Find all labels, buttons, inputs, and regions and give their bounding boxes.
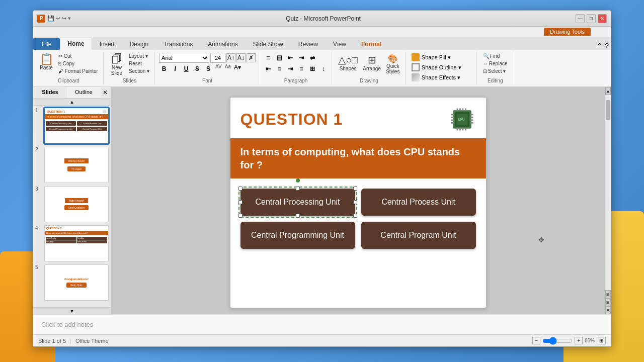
drawing-label: Drawing	[336, 77, 402, 83]
shape-fill-button[interactable]: Shape Fill ▾	[410, 53, 453, 62]
selection-top-connector	[296, 178, 300, 183]
answer-button-4[interactable]: Central Program Unit	[361, 222, 476, 249]
bullets-button[interactable]: ≡	[263, 53, 273, 63]
section-button[interactable]: Section ▾	[127, 68, 151, 74]
close-button[interactable]: ✕	[598, 14, 607, 23]
tab-home[interactable]: Home	[60, 38, 92, 50]
align-buttons: ⇤ ≡ ⇥ ≡ ⊞ ↕	[263, 64, 329, 74]
font-decrease-button[interactable]: A↓	[236, 53, 246, 62]
slide-num-5: 5	[35, 264, 42, 270]
smartart-button[interactable]: ⇌	[307, 53, 317, 63]
cut-button[interactable]: ✂ Cut	[56, 53, 100, 59]
align-center-button[interactable]: ≡	[274, 64, 284, 74]
slide-thumb-3[interactable]: 3 Right Answer! Next Question	[35, 186, 109, 222]
case-btn[interactable]: Aa	[225, 64, 231, 74]
slides-tab-outline[interactable]: Outline	[67, 87, 101, 98]
align-right-button[interactable]: ⇥	[285, 64, 295, 74]
ribbon-collapse-button[interactable]: ⌃	[597, 42, 603, 50]
maximize-button[interactable]: □	[587, 14, 596, 23]
reset-button[interactable]: Reset	[127, 60, 151, 67]
strikethrough-button[interactable]: S	[192, 64, 202, 74]
tab-transitions[interactable]: Transitions	[156, 38, 200, 50]
slide-thumb-5[interactable]: 5 Congratulations! Retry Quiz	[35, 264, 109, 301]
scroll-up-btn[interactable]: ▲	[605, 87, 611, 95]
justify-button[interactable]: ≡	[296, 64, 306, 74]
tab-animations[interactable]: Animations	[200, 38, 245, 50]
zoom-in-btn[interactable]: +	[575, 337, 583, 344]
tab-design[interactable]: Design	[122, 38, 156, 50]
font-color-btn[interactable]: A▾	[234, 64, 241, 74]
slide-thumb-2[interactable]: 2 Wrong Answer Try Again	[35, 147, 109, 183]
layout-button[interactable]: Layout ▾	[127, 53, 151, 59]
font-size-input[interactable]	[210, 53, 225, 63]
slides-scroll-down[interactable]: ▼	[33, 307, 111, 314]
bold-button[interactable]: B	[159, 64, 169, 74]
answer-button-3[interactable]: Central Programming Unit	[240, 222, 355, 249]
notes-area[interactable]: Click to add notes	[33, 314, 611, 334]
paragraph-content: ≡ ⊟ ⇤ ⇥ ⇌ ⇤ ≡ ⇥ ≡ ⊞ ↕	[263, 53, 329, 77]
tab-review[interactable]: Review	[291, 38, 326, 50]
font-family-select[interactable]: Arial	[159, 53, 209, 63]
fit-window-btn[interactable]: ⊞	[597, 337, 606, 344]
select-button[interactable]: ⊡ Select ▾	[481, 68, 508, 74]
font-increase-button[interactable]: A↑	[226, 53, 235, 62]
format-painter-button[interactable]: 🖌 Format Painter	[56, 68, 100, 74]
scroll-thumb[interactable]	[606, 100, 610, 120]
quick-styles-label: QuickStyles	[386, 63, 399, 74]
drawing-tools-bar: Drawing Tools	[33, 27, 611, 37]
copy-button[interactable]: ⎘ Copy	[56, 60, 100, 67]
underline-button[interactable]: U	[181, 64, 191, 74]
slides-scroll-up[interactable]: ▲	[33, 99, 111, 106]
shape-effects-button[interactable]: Shape Effects ▾	[410, 73, 462, 82]
shape-outline-button[interactable]: Shape Outline ▾	[410, 63, 463, 72]
tab-view[interactable]: View	[326, 38, 354, 50]
svg-rect-16	[470, 117, 473, 118]
tab-file[interactable]: File	[33, 38, 60, 50]
zoom-out-btn[interactable]: −	[532, 337, 540, 344]
drawing-content: △○□ Shapes ⊞ Arrange 🎨 QuickStyles	[336, 53, 402, 77]
slide-bottom-padding	[230, 259, 486, 269]
scroll-shrink-btn[interactable]: ⊟	[605, 298, 611, 306]
scroll-down-btn[interactable]: ▼	[605, 306, 611, 314]
align-left-button[interactable]: ⇤	[263, 64, 273, 74]
tab-format[interactable]: Format	[354, 38, 389, 50]
answer-button-2[interactable]: Central Process Unit	[361, 189, 476, 216]
answer-button-1[interactable]: Central Processing Unit	[240, 189, 355, 216]
answer-1-text: Central Processing Unit	[255, 198, 340, 206]
tab-slideshow[interactable]: Slide Show	[246, 38, 291, 50]
svg-rect-11	[451, 114, 454, 116]
shape-effects-label: Shape Effects ▾	[422, 74, 460, 81]
arrange-button[interactable]: ⊞ Arrange	[361, 53, 383, 72]
slide-thumb-4[interactable]: 4 QUESTION 2 Along with what did Bill Ga…	[35, 225, 109, 261]
paste-button[interactable]: 📋 Paste	[37, 53, 55, 71]
slides-panel-close[interactable]: ✕	[101, 87, 111, 98]
columns-button[interactable]: ⊞	[307, 64, 317, 74]
indent-inc-button[interactable]: ⇥	[296, 53, 306, 63]
shapes-icon: △○□	[338, 54, 358, 66]
minimize-button[interactable]: —	[576, 14, 585, 23]
text-direction-button[interactable]: ↕	[318, 64, 329, 74]
slides-panel: Slides Outline ✕ ▲ 1 QUESTION 1 ⬜	[33, 87, 111, 314]
scroll-expand-btn[interactable]: ⊞	[605, 290, 611, 298]
arrange-icon: ⊞	[368, 54, 376, 66]
replace-button[interactable]: ↔ Replace	[481, 60, 510, 67]
slides-tab-slides[interactable]: Slides	[33, 87, 67, 98]
slide-thumb-1[interactable]: 1 QUESTION 1 ⬜ In terms of computing, wh…	[35, 108, 109, 144]
tab-insert[interactable]: Insert	[92, 38, 122, 50]
help-button[interactable]: ?	[605, 42, 609, 50]
shadow-button[interactable]: S	[203, 64, 213, 74]
drawing-tools-label: Drawing Tools	[544, 28, 591, 36]
italic-button[interactable]: I	[170, 64, 180, 74]
quick-styles-button[interactable]: 🎨 QuickStyles	[384, 53, 402, 75]
clear-format-button[interactable]: ✗	[247, 53, 256, 62]
zoom-slider[interactable]	[542, 337, 573, 345]
indent-dec-button[interactable]: ⇤	[285, 53, 295, 63]
numbering-button[interactable]: ⊟	[274, 53, 284, 63]
shapes-button[interactable]: △○□ Shapes	[336, 53, 360, 72]
new-slide-button[interactable]: 🗍 NewSlide	[108, 53, 126, 77]
thumb-s3-title: Right Answer!	[65, 198, 89, 203]
title-bar: P 💾 ↩ ↪ ▾ Quiz - Microsoft PowerPoint — …	[33, 11, 611, 27]
slide-canvas[interactable]: QUESTION 1	[230, 97, 487, 308]
find-button[interactable]: 🔍 Find	[481, 53, 502, 59]
editing-label: Editing	[481, 77, 510, 83]
